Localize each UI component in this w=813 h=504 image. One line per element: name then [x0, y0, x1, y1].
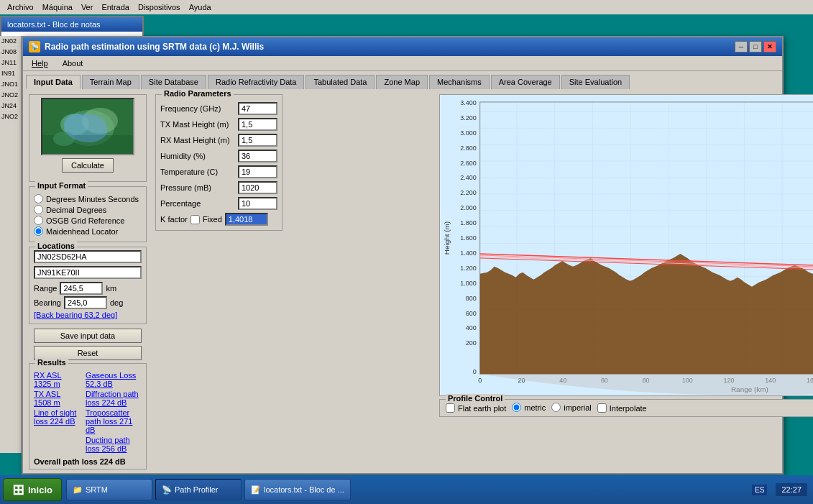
radio-decimal-input[interactable] — [34, 205, 43, 214]
radio-dms-input[interactable] — [34, 194, 43, 203]
kfactor-label: K factor — [160, 215, 188, 224]
flat-earth-checkbox[interactable] — [446, 403, 455, 413]
menu-help[interactable]: Help — [26, 58, 54, 69]
rx-mast-input[interactable] — [238, 134, 277, 147]
tx-asl-link[interactable]: TX ASL 1508 m — [34, 390, 80, 407]
interpolate-label: Interpolate — [610, 404, 647, 413]
tab-site-database[interactable]: Site Database — [141, 75, 206, 89]
interpolate-checkbox-label[interactable]: Interpolate — [597, 403, 647, 413]
location2-input[interactable] — [34, 266, 142, 279]
menu-ayuda[interactable]: Ayuda — [185, 1, 216, 13]
locations-label: Locations — [35, 242, 77, 250]
humidity-row: Humidity (%) — [160, 150, 277, 162]
radio-decimal[interactable]: Decimal Degrees — [34, 205, 142, 214]
humidity-input[interactable] — [238, 150, 277, 162]
overall-loss: Overall path loss 224 dB — [34, 457, 142, 466]
radio-metric-label[interactable]: metric — [512, 403, 546, 412]
svg-text:1.600: 1.600 — [460, 234, 476, 242]
path-chart: 3.400 3.200 3.000 2.800 2.600 2.400 2.20… — [440, 95, 813, 395]
radio-osgb-input[interactable] — [34, 216, 43, 225]
start-label: Inicio — [28, 485, 52, 495]
diffraction-loss-link[interactable]: Diffraction path loss 224 dB — [86, 390, 142, 407]
bearing-input[interactable] — [64, 296, 107, 309]
menu-about[interactable]: About — [57, 58, 89, 69]
tab-area-coverage[interactable]: Area Coverage — [491, 75, 560, 89]
tray-icons: ES — [752, 485, 767, 495]
temperature-row: Temperature (C) — [160, 165, 277, 178]
location1-input[interactable] — [34, 250, 142, 263]
tx-mast-input[interactable] — [238, 118, 277, 131]
tab-mechanisms[interactable]: Mechanisms — [429, 75, 490, 89]
ducting-loss-link[interactable]: Ducting path loss 256 dB — [86, 436, 142, 453]
close-button[interactable]: ✕ — [763, 41, 776, 52]
rx-asl-link[interactable]: RX ASL 1325 m — [34, 371, 80, 388]
frequency-row: Frequency (GHz) — [160, 102, 277, 115]
sidebar-in91: IN91 — [0, 68, 21, 79]
tab-zone-map[interactable]: Zone Map — [376, 75, 428, 89]
save-button[interactable]: Save input data — [34, 329, 142, 343]
los-loss-link[interactable]: Line of sight loss 224 dB — [34, 408, 80, 426]
pressure-input[interactable] — [238, 181, 277, 194]
calculate-button[interactable]: Calculate — [62, 158, 114, 173]
radio-imperial[interactable] — [551, 403, 561, 412]
percentage-input[interactable] — [238, 197, 277, 210]
svg-text:0: 0 — [473, 368, 477, 375]
radio-params-label: Radio Parameters — [162, 89, 234, 98]
svg-text:3.200: 3.200 — [460, 114, 476, 122]
tab-input-data[interactable]: Input Data — [26, 75, 81, 89]
folder-icon: 📁 — [73, 485, 83, 495]
pressure-row: Pressure (mB) — [160, 181, 277, 194]
radio-params-group: Radio Parameters Frequency (GHz) TX Mast… — [155, 94, 283, 231]
sidebar-jn11: JN11 — [0, 58, 21, 68]
frequency-input[interactable] — [238, 102, 277, 115]
menu-ver[interactable]: Ver — [77, 1, 98, 13]
menu-entrada[interactable]: Entrada — [97, 1, 134, 13]
temperature-input[interactable] — [238, 165, 277, 178]
taskbar-srtm[interactable]: 📁 SRTM — [66, 479, 152, 500]
rx-mast-row: RX Mast Height (m) — [160, 134, 277, 147]
flat-earth-checkbox-label[interactable]: Flat earth plot — [446, 403, 506, 413]
troposcatter-loss-link[interactable]: Troposcatter path loss 271 dB — [86, 408, 142, 434]
app-icon: 📡 — [29, 41, 40, 52]
sidebar-jno2b: JNO2 — [0, 111, 21, 122]
bearing-row: Bearing deg — [34, 296, 142, 309]
kfactor-input[interactable] — [225, 213, 268, 226]
radio-imperial-label[interactable]: imperial — [551, 403, 592, 412]
tab-radio-refractivity[interactable]: Radio Refractivity Data — [208, 75, 305, 89]
svg-point-4 — [82, 108, 118, 134]
tab-tabulated-data[interactable]: Tabulated Data — [306, 75, 375, 89]
radio-osgb[interactable]: OSGB Grid Reference — [34, 216, 142, 225]
maximize-button[interactable]: □ — [749, 41, 762, 52]
gaseous-loss-link[interactable]: Gaseous Loss 52,3 dB — [86, 371, 142, 388]
tab-terrain-map[interactable]: Terrain Map — [82, 75, 139, 89]
notepad-title: locators.txt - Bloc de notas — [7, 20, 101, 29]
range-input[interactable] — [60, 282, 103, 295]
radio-maidenhead[interactable]: Maidenhead Locator — [34, 226, 142, 236]
sidebar-jn02: JN02 — [0, 36, 21, 47]
tab-site-evaluation[interactable]: Site Evaluation — [561, 75, 630, 89]
taskbar-path-profiler[interactable]: 📡 Path Profiler — [155, 479, 242, 500]
radio-metric[interactable] — [512, 403, 521, 412]
interpolate-checkbox[interactable] — [597, 403, 607, 413]
results-label: Results — [35, 358, 68, 367]
back-bearing-link[interactable]: [Back bearing 63,2 deg] — [34, 311, 117, 319]
sidebar-jn08: JN08 — [0, 47, 21, 58]
menu-archivo[interactable]: Archivo — [3, 1, 38, 13]
menu-dispositivos[interactable]: Dispositivos — [134, 1, 185, 13]
range-unit: km — [106, 284, 116, 293]
results-group: Results RX ASL 1325 m TX ASL 1508 m Line… — [29, 363, 147, 469]
taskbar-notepad[interactable]: 📝 locators.txt - Bloc de ... — [244, 479, 351, 500]
svg-text:800: 800 — [466, 295, 477, 302]
minimize-button[interactable]: ─ — [735, 41, 748, 52]
bearing-unit: deg — [110, 298, 123, 307]
sidebar-jn24: JN24 — [0, 101, 21, 111]
kfactor-fixed-checkbox[interactable] — [190, 215, 200, 224]
radio-dms[interactable]: Degrees Minutes Seconds — [34, 194, 142, 203]
radio-maidenhead-input[interactable] — [34, 226, 43, 236]
svg-text:1.200: 1.200 — [460, 265, 476, 272]
svg-text:200: 200 — [466, 339, 477, 347]
menu-maquina[interactable]: Máquina — [38, 1, 77, 13]
start-button[interactable]: ⊞ Inicio — [3, 478, 62, 501]
imperial-label: imperial — [564, 403, 592, 412]
input-format-group: Input Format Degrees Minutes Seconds Dec… — [29, 186, 147, 242]
